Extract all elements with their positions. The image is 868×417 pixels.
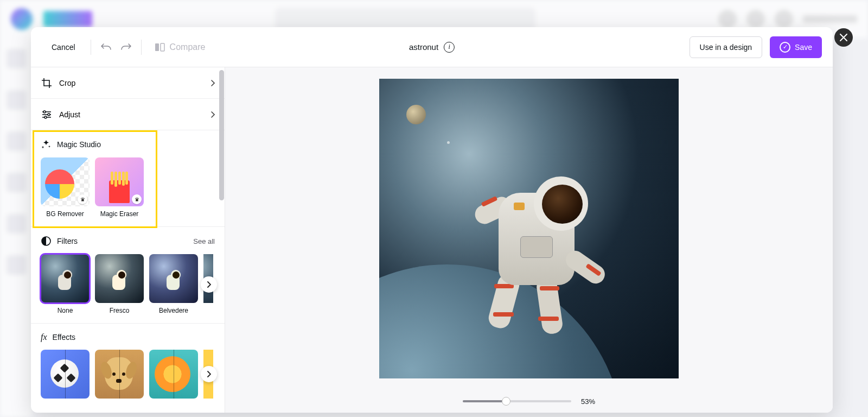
chevron-right-icon — [210, 111, 215, 118]
magic-studio-title: Magic Studio — [57, 140, 101, 149]
svg-rect-1 — [161, 43, 164, 51]
moon — [406, 105, 426, 124]
filter-none-label: None — [58, 307, 73, 314]
magic-eraser-label: Magic Eraser — [100, 210, 139, 218]
divider — [91, 40, 91, 55]
save-label: Save — [795, 43, 812, 52]
effect-shadows[interactable] — [41, 350, 90, 399]
chevron-right-icon — [210, 80, 215, 86]
undo-button[interactable] — [99, 40, 114, 55]
canvas-area: 53% — [225, 67, 833, 413]
title-text[interactable]: astronut — [409, 42, 438, 52]
cancel-button[interactable]: Cancel — [42, 43, 85, 52]
effect-blur[interactable] — [149, 350, 198, 399]
crown-icon: ♛ — [78, 194, 87, 204]
effects-section: fx Effects — [31, 324, 225, 407]
edit-image-modal: Cancel Compare astronut i Use in a desig… — [31, 27, 833, 413]
effect-shadows-thumb — [41, 350, 90, 399]
svg-point-3 — [48, 113, 50, 116]
filters-section: Filters See all None Fresco — [31, 227, 225, 324]
adjust-label: Adjust — [59, 110, 80, 119]
bg-remover-tool[interactable]: ♛ BG Remover — [41, 157, 90, 218]
filters-icon — [41, 236, 52, 247]
redo-button[interactable] — [118, 40, 133, 55]
info-icon[interactable]: i — [444, 42, 455, 53]
adjust-icon — [41, 109, 53, 121]
zoom-control: 53% — [225, 390, 833, 413]
magic-eraser-tool[interactable]: ♛ Magic Eraser — [95, 157, 144, 218]
magic-studio-section: Magic Studio ♛ BG Remover — [31, 130, 225, 227]
filter-belvedere[interactable]: Belvedere — [149, 254, 198, 314]
save-button[interactable]: ✓ Save — [770, 36, 822, 58]
divider — [141, 40, 142, 55]
edit-sidebar: Crop Adjust Magic Stu — [31, 67, 225, 413]
svg-point-2 — [43, 111, 46, 113]
use-in-design-button[interactable]: Use in a design — [690, 36, 763, 58]
close-modal-button[interactable] — [834, 28, 853, 47]
filter-fresco-label: Fresco — [110, 307, 130, 314]
filters-next-button[interactable] — [201, 276, 217, 293]
compare-label: Compare — [170, 42, 206, 52]
main-image[interactable] — [379, 79, 679, 378]
magic-eraser-thumb: ♛ — [95, 157, 144, 206]
bg-remover-label: BG Remover — [46, 210, 84, 218]
compare-button[interactable]: Compare — [155, 42, 206, 52]
svg-point-4 — [44, 116, 47, 118]
crop-label: Crop — [59, 79, 75, 87]
modal-header: Cancel Compare astronut i Use in a desig… — [31, 27, 833, 67]
filters-see-all[interactable]: See all — [193, 237, 215, 245]
crown-icon: ♛ — [132, 194, 142, 204]
zoom-value: 53% — [581, 397, 595, 406]
crop-icon — [41, 77, 53, 89]
filter-belvedere-thumb — [149, 254, 198, 303]
effect-blur-thumb — [149, 350, 198, 399]
compare-icon — [155, 42, 165, 52]
crop-row[interactable]: Crop — [31, 67, 225, 99]
filters-title: Filters — [57, 237, 78, 245]
svg-rect-0 — [155, 43, 159, 51]
filter-fresco-thumb — [95, 254, 144, 303]
check-icon: ✓ — [780, 42, 790, 53]
effects-title: Effects — [53, 333, 76, 342]
effects-next-button[interactable] — [201, 366, 217, 382]
effects-icon: fx — [41, 332, 47, 342]
magic-studio-icon — [41, 139, 52, 150]
zoom-slider[interactable] — [463, 400, 571, 402]
bg-remover-thumb: ♛ — [41, 157, 90, 206]
star — [447, 141, 450, 144]
image-title: astronut i — [409, 42, 455, 53]
filter-none-thumb — [41, 254, 90, 303]
adjust-row[interactable]: Adjust — [31, 99, 225, 130]
filter-belvedere-label: Belvedere — [159, 307, 188, 314]
sidebar-scrollbar[interactable] — [219, 70, 224, 200]
effect-autofocus[interactable] — [95, 350, 144, 399]
filter-none[interactable]: None — [41, 254, 90, 314]
zoom-handle[interactable] — [502, 397, 510, 406]
effect-autofocus-thumb — [95, 350, 144, 399]
astronaut — [450, 149, 623, 334]
filter-fresco[interactable]: Fresco — [95, 254, 144, 314]
